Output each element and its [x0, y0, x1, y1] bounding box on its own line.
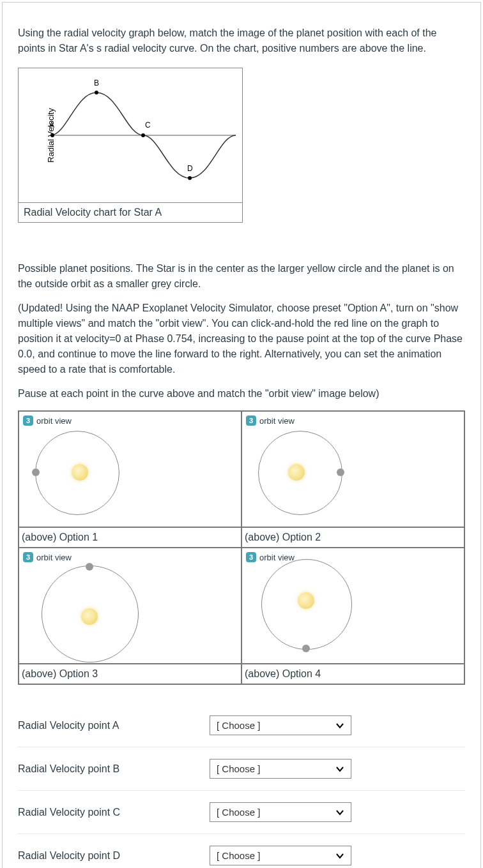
match-label-d: Radial Velocity point D	[18, 850, 210, 862]
orbit-cell-4: 3 orbit view	[241, 548, 464, 664]
chevron-down-icon	[335, 721, 344, 730]
match-label-b: Radial Velocity point B	[18, 763, 210, 775]
chart-caption: Radial Velocity chart for Star A	[19, 202, 242, 222]
orbit-canvas-4	[255, 556, 351, 652]
option-2-label: (above) Option 2	[241, 527, 464, 548]
para-pause: Pause at each point in the curve above a…	[18, 386, 465, 401]
orbit-header-4: 3 orbit view	[246, 552, 295, 562]
orbit-badge-1: 3	[23, 415, 33, 426]
match-section: Radial Velocity point A [ Choose ] Radia…	[18, 704, 465, 868]
option-4-label: (above) Option 4	[241, 664, 464, 684]
dropdown-d-text: [ Choose ]	[217, 850, 260, 861]
chevron-down-icon	[335, 765, 344, 774]
orbit-canvas-3	[32, 556, 128, 652]
planet-icon	[86, 563, 93, 571]
planet-icon	[337, 468, 344, 476]
orbit-cell-2: 3 orbit view	[241, 411, 464, 527]
star-icon	[81, 608, 98, 625]
rv-plot: A B C D	[50, 81, 236, 190]
orbit-table: 3 orbit view 3 orbit view (above) Option…	[18, 410, 465, 685]
star-icon	[72, 464, 88, 481]
para-positions: Possible planet positions. The Star is i…	[18, 261, 465, 292]
question-container: Using the radial velocity graph below, m…	[2, 2, 481, 868]
option-1-label: (above) Option 1	[19, 527, 241, 548]
orbit-header-text-2: orbit view	[259, 416, 295, 426]
orbit-badge-2: 3	[246, 415, 256, 426]
chevron-down-icon	[335, 851, 344, 860]
orbit-header-text-4: orbit view	[259, 553, 295, 562]
match-row-c: Radial Velocity point C [ Choose ]	[18, 791, 465, 834]
chart-point-c-label: C	[145, 121, 151, 130]
chart-point-c-dot	[141, 133, 145, 137]
rv-chart-box: Radial Velocity A B C D Radial Ve	[18, 68, 243, 223]
orbit-cell-3: 3 orbit view	[19, 548, 241, 664]
orbit-header-3: 3 orbit view	[23, 552, 72, 562]
dropdown-b[interactable]: [ Choose ]	[210, 759, 351, 779]
option-3-label: (above) Option 3	[19, 664, 241, 684]
match-label-c: Radial Velocity point C	[18, 807, 210, 818]
orbit-badge-3: 3	[23, 552, 33, 562]
orbit-header-text-1: orbit view	[36, 416, 72, 426]
orbit-header-2: 3 orbit view	[246, 415, 295, 426]
rv-chart: Radial Velocity A B C D	[19, 68, 242, 202]
match-row-a: Radial Velocity point A [ Choose ]	[18, 704, 465, 747]
dropdown-c[interactable]: [ Choose ]	[210, 802, 351, 822]
dropdown-d[interactable]: [ Choose ]	[210, 846, 351, 865]
para-instructions: (Updated! Using the NAAP Exoplanet Veloc…	[18, 301, 465, 377]
star-icon	[298, 592, 314, 609]
orbit-canvas-2	[255, 428, 351, 523]
orbit-header-text-3: orbit view	[36, 553, 72, 562]
dropdown-a[interactable]: [ Choose ]	[210, 715, 351, 735]
match-row-d: Radial Velocity point D [ Choose ]	[18, 834, 465, 868]
chart-point-d-dot	[188, 176, 192, 180]
chevron-down-icon	[335, 808, 344, 817]
dropdown-b-text: [ Choose ]	[217, 763, 260, 774]
chart-point-a-dot	[50, 133, 54, 137]
intro-text: Using the radial velocity graph below, m…	[18, 26, 465, 56]
match-row-b: Radial Velocity point B [ Choose ]	[18, 747, 465, 791]
orbit-canvas-1	[32, 428, 128, 523]
orbit-cell-1: 3 orbit view	[19, 411, 241, 527]
planet-icon	[302, 645, 310, 652]
orbit-badge-4: 3	[246, 552, 256, 562]
dropdown-c-text: [ Choose ]	[217, 807, 260, 818]
dropdown-a-text: [ Choose ]	[217, 720, 260, 731]
chart-point-b-dot	[95, 91, 98, 94]
match-label-a: Radial Velocity point A	[18, 720, 210, 731]
orbit-header-1: 3 orbit view	[23, 415, 72, 426]
chart-point-b-label: B	[94, 79, 99, 87]
star-icon	[288, 464, 305, 481]
chart-point-a-label: A	[49, 121, 54, 130]
planet-icon	[32, 468, 40, 476]
chart-point-d-label: D	[187, 164, 193, 173]
